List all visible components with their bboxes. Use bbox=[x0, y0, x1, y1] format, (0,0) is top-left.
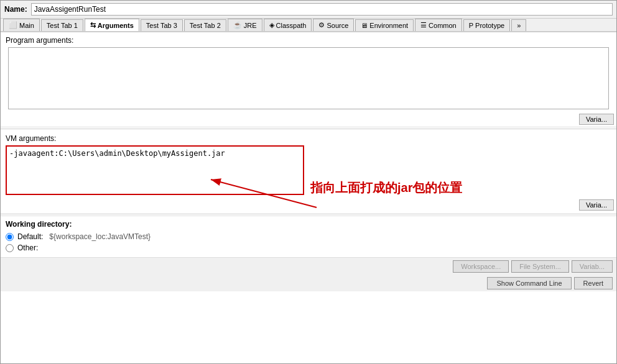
default-value: ${workspace_loc:JavaVMTest} bbox=[49, 232, 151, 241]
divider-1 bbox=[1, 129, 616, 129]
classpath-icon: ◈ bbox=[269, 21, 274, 29]
divider-2 bbox=[1, 214, 616, 214]
tab-test-tab-3[interactable]: Test Tab 3 bbox=[141, 19, 183, 31]
program-args-variables-row: Varia... bbox=[1, 112, 616, 127]
jre-icon: ☕ bbox=[233, 21, 242, 29]
program-args-textarea[interactable] bbox=[9, 48, 608, 109]
vm-args-variables-button[interactable]: Varia... bbox=[579, 199, 614, 211]
vm-row: -javaagent:C:\Users\admin\Desktop\myAssi… bbox=[6, 145, 611, 195]
program-args-box bbox=[8, 47, 609, 109]
program-args-section: Program arguments: bbox=[1, 32, 616, 112]
name-bar: Name: bbox=[1, 1, 616, 19]
variables-button[interactable]: Variab... bbox=[572, 260, 613, 273]
vm-args-label: VM arguments: bbox=[6, 134, 611, 143]
source-icon: ⚙ bbox=[318, 21, 325, 29]
arguments-icon: ⇆ bbox=[90, 21, 96, 29]
default-label: Default: bbox=[17, 232, 43, 241]
tab-common[interactable]: ☰ Common bbox=[415, 19, 462, 31]
environment-icon: 🖥 bbox=[361, 22, 368, 29]
tab-test-tab-2[interactable]: Test Tab 2 bbox=[184, 19, 226, 31]
tab-main[interactable]: ⬜ Main bbox=[3, 19, 40, 31]
common-icon: ☰ bbox=[420, 21, 427, 29]
tab-more[interactable]: » bbox=[511, 19, 526, 31]
run-configuration-dialog: Name: ⬜ Main Test Tab 1 ⇆ Arguments Test… bbox=[0, 0, 617, 364]
revert-button[interactable]: Revert bbox=[574, 277, 613, 289]
footer-row: Show Command Line Revert bbox=[1, 275, 616, 291]
tab-classpath[interactable]: ◈ Classpath bbox=[264, 19, 312, 31]
show-command-line-button[interactable]: Show Command Line bbox=[487, 277, 571, 289]
other-label: Other: bbox=[17, 243, 38, 252]
default-radio-row: Default: ${workspace_loc:JavaVMTest} bbox=[6, 232, 611, 241]
name-label: Name: bbox=[4, 5, 27, 14]
working-dir-buttons: Workspace... File System... Variab... bbox=[1, 257, 616, 275]
other-radio-row: Other: bbox=[6, 243, 611, 252]
tabs-bar: ⬜ Main Test Tab 1 ⇆ Arguments Test Tab 3… bbox=[1, 19, 616, 32]
program-args-label: Program arguments: bbox=[6, 36, 611, 45]
other-radio[interactable] bbox=[6, 244, 14, 252]
prototype-icon: P bbox=[469, 22, 473, 29]
tab-test-tab-1[interactable]: Test Tab 1 bbox=[41, 19, 83, 31]
vm-args-variables-row: Varia... bbox=[1, 198, 616, 212]
tab-arguments[interactable]: ⇆ Arguments bbox=[85, 19, 139, 32]
annotation-text: 指向上面打成的jar包的位置 bbox=[310, 180, 462, 196]
working-directory-label: Working directory: bbox=[6, 220, 611, 229]
tab-source[interactable]: ⚙ Source bbox=[313, 19, 354, 31]
workspace-button[interactable]: Workspace... bbox=[453, 260, 509, 273]
working-directory-section: Working directory: Default: ${workspace_… bbox=[1, 216, 616, 257]
program-args-variables-button[interactable]: Varia... bbox=[579, 114, 614, 125]
tab-jre[interactable]: ☕ JRE bbox=[228, 19, 262, 31]
file-system-button[interactable]: File System... bbox=[511, 260, 569, 273]
name-input[interactable] bbox=[31, 3, 613, 16]
default-radio[interactable] bbox=[6, 233, 14, 241]
vm-args-box: -javaagent:C:\Users\admin\Desktop\myAssi… bbox=[6, 145, 304, 195]
vm-args-section: VM arguments: -javaagent:C:\Users\admin\… bbox=[1, 130, 616, 198]
content-area: Program arguments: Varia... VM arguments… bbox=[1, 32, 616, 363]
vm-args-textarea[interactable]: -javaagent:C:\Users\admin\Desktop\myAssi… bbox=[7, 147, 303, 194]
tab-prototype[interactable]: P Prototype bbox=[463, 19, 510, 31]
main-icon: ⬜ bbox=[9, 21, 17, 29]
tab-environment[interactable]: 🖥 Environment bbox=[355, 19, 414, 31]
